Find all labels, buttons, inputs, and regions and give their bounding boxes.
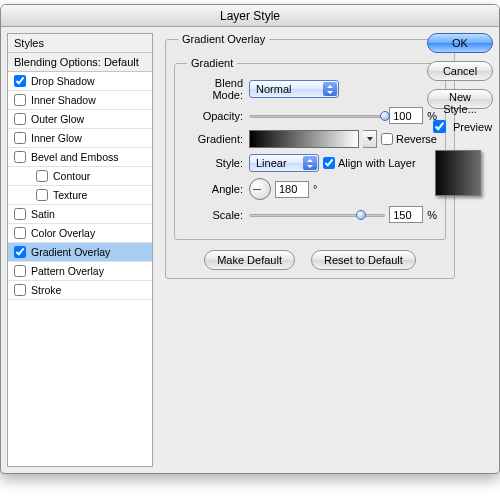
angle-label: Angle: bbox=[183, 183, 249, 195]
preview-swatch bbox=[435, 150, 481, 196]
blending-options-header[interactable]: Blending Options: Default bbox=[8, 53, 152, 72]
align-checkbox-wrap: Align with Layer bbox=[323, 157, 416, 169]
sidebar-item-contour[interactable]: Contour bbox=[8, 167, 152, 186]
layer-style-dialog: Layer Style Styles Blending Options: Def… bbox=[0, 4, 500, 474]
cancel-button[interactable]: Cancel bbox=[427, 61, 493, 81]
sidebar-item-label: Gradient Overlay bbox=[31, 246, 110, 258]
blend-mode-select[interactable]: Normal bbox=[249, 80, 339, 98]
opacity-input[interactable] bbox=[389, 107, 423, 124]
scale-label: Scale: bbox=[183, 209, 249, 221]
reset-default-button[interactable]: Reset to Default bbox=[311, 250, 416, 270]
styles-header[interactable]: Styles bbox=[8, 34, 152, 53]
sidebar-item-drop-shadow[interactable]: Drop Shadow bbox=[8, 72, 152, 91]
sidebar-item-label: Stroke bbox=[31, 284, 61, 296]
degree-label: ° bbox=[313, 183, 317, 195]
gradient-label: Gradient: bbox=[183, 133, 249, 145]
sidebar-item-label: Color Overlay bbox=[31, 227, 95, 239]
scale-input[interactable] bbox=[389, 206, 423, 223]
stroke-checkbox[interactable] bbox=[14, 284, 26, 296]
sidebar-item-label: Drop Shadow bbox=[31, 75, 95, 87]
blend-mode-label: Blend Mode: bbox=[183, 77, 249, 101]
group-legend: Gradient Overlay bbox=[178, 33, 269, 45]
angle-dial[interactable] bbox=[249, 178, 271, 200]
ok-button[interactable]: OK bbox=[427, 33, 493, 53]
inner-shadow-checkbox[interactable] bbox=[14, 94, 26, 106]
sidebar-item-pattern-overlay[interactable]: Pattern Overlay bbox=[8, 262, 152, 281]
gradient-overlay-checkbox[interactable] bbox=[14, 246, 26, 258]
subgroup-legend: Gradient bbox=[187, 57, 237, 69]
style-select[interactable]: Linear bbox=[249, 154, 319, 172]
sidebar-item-label: Inner Shadow bbox=[31, 94, 96, 106]
drop-shadow-checkbox[interactable] bbox=[14, 75, 26, 87]
outer-glow-checkbox[interactable] bbox=[14, 113, 26, 125]
gradient-subgroup: Gradient Blend Mode: Normal Opaci bbox=[174, 57, 446, 240]
pattern-overlay-checkbox[interactable] bbox=[14, 265, 26, 277]
sidebar-item-inner-glow[interactable]: Inner Glow bbox=[8, 129, 152, 148]
color-overlay-checkbox[interactable] bbox=[14, 227, 26, 239]
angle-input[interactable] bbox=[275, 181, 309, 198]
style-label: Style: bbox=[183, 157, 249, 169]
texture-checkbox[interactable] bbox=[36, 189, 48, 201]
window-title: Layer Style bbox=[1, 5, 499, 27]
opacity-slider[interactable] bbox=[249, 109, 385, 123]
sidebar-item-inner-shadow[interactable]: Inner Shadow bbox=[8, 91, 152, 110]
sidebar-item-label: Texture bbox=[53, 189, 87, 201]
sidebar-item-stroke[interactable]: Stroke bbox=[8, 281, 152, 300]
sidebar-item-bevel-emboss[interactable]: Bevel and Emboss bbox=[8, 148, 152, 167]
scale-slider[interactable] bbox=[249, 208, 385, 222]
settings-panel: Gradient Overlay Gradient Blend Mode: No… bbox=[165, 33, 413, 285]
sidebar-item-outer-glow[interactable]: Outer Glow bbox=[8, 110, 152, 129]
preview-label: Preview bbox=[453, 121, 492, 133]
preview-checkbox[interactable] bbox=[433, 120, 446, 133]
satin-checkbox[interactable] bbox=[14, 208, 26, 220]
align-checkbox[interactable] bbox=[323, 157, 335, 169]
preview-checkbox-wrap: Preview bbox=[427, 117, 493, 136]
sidebar-item-label: Outer Glow bbox=[31, 113, 84, 125]
dialog-body: Styles Blending Options: Default Drop Sh… bbox=[7, 33, 493, 467]
bevel-emboss-checkbox[interactable] bbox=[14, 151, 26, 163]
sidebar-item-label: Pattern Overlay bbox=[31, 265, 104, 277]
align-label: Align with Layer bbox=[338, 157, 416, 169]
gradient-swatch[interactable] bbox=[249, 130, 359, 148]
inner-glow-checkbox[interactable] bbox=[14, 132, 26, 144]
sidebar-item-texture[interactable]: Texture bbox=[8, 186, 152, 205]
percent-label: % bbox=[427, 209, 437, 221]
sidebar-item-label: Contour bbox=[53, 170, 90, 182]
sidebar-item-label: Inner Glow bbox=[31, 132, 82, 144]
make-default-button[interactable]: Make Default bbox=[204, 250, 295, 270]
sidebar-item-satin[interactable]: Satin bbox=[8, 205, 152, 224]
contour-checkbox[interactable] bbox=[36, 170, 48, 182]
style-select-wrap: Linear bbox=[249, 154, 319, 172]
gradient-picker-arrow[interactable] bbox=[363, 130, 377, 148]
effects-sidebar: Styles Blending Options: Default Drop Sh… bbox=[7, 33, 153, 467]
new-style-button[interactable]: New Style... bbox=[427, 89, 493, 109]
sidebar-item-label: Bevel and Emboss bbox=[31, 151, 119, 163]
sidebar-item-color-overlay[interactable]: Color Overlay bbox=[8, 224, 152, 243]
gradient-overlay-group: Gradient Overlay Gradient Blend Mode: No… bbox=[165, 33, 455, 279]
blend-mode-select-wrap: Normal bbox=[249, 80, 339, 98]
reverse-checkbox[interactable] bbox=[381, 133, 393, 145]
sidebar-item-gradient-overlay[interactable]: Gradient Overlay bbox=[8, 243, 152, 262]
opacity-label: Opacity: bbox=[183, 110, 249, 122]
sidebar-item-label: Satin bbox=[31, 208, 55, 220]
dialog-buttons: OK Cancel New Style... Preview bbox=[427, 33, 493, 196]
